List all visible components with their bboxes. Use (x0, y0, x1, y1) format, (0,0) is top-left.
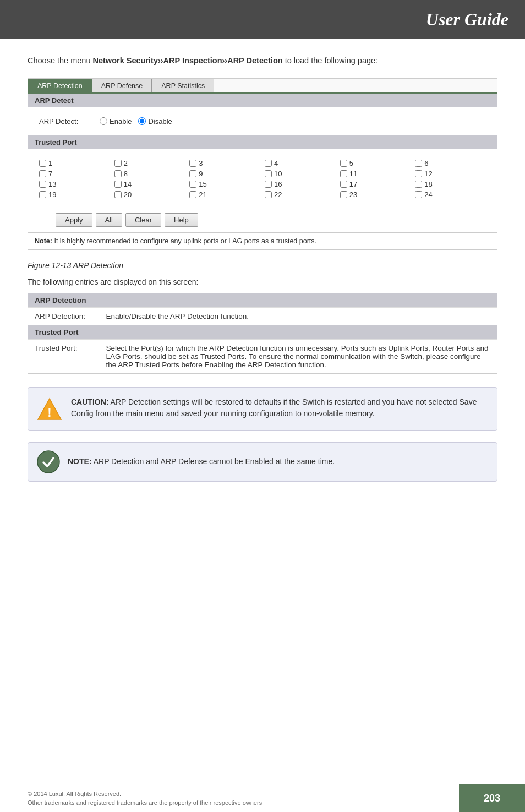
desc-section-trusted-port: Trusted Port (28, 325, 497, 339)
port-checkbox-13[interactable] (39, 181, 46, 188)
arp-detect-label: ARP Detect: (39, 117, 89, 126)
port-label-15: 15 (199, 180, 206, 188)
port-label-12: 12 (424, 170, 432, 178)
port-checkbox-21[interactable] (189, 191, 196, 198)
port-label-8: 8 (124, 170, 128, 178)
port-checkbox-9[interactable] (189, 170, 196, 177)
port-checkbox-22[interactable] (265, 191, 272, 198)
note-info-label: NOTE: (68, 457, 92, 466)
note-check-icon (37, 450, 60, 473)
port-item-20[interactable]: 20 (114, 190, 185, 199)
port-item-13[interactable]: 13 (39, 180, 110, 188)
main-content: Choose the menu Network Security››ARP In… (0, 39, 525, 515)
port-label-20: 20 (124, 190, 132, 199)
footer-trademark: Other trademarks and registered trademar… (28, 798, 431, 808)
disable-radio[interactable] (138, 117, 146, 125)
port-label-9: 9 (199, 170, 203, 178)
port-item-23[interactable]: 23 (340, 190, 411, 199)
menu-path: Network Security››ARP Inspection››ARP De… (93, 56, 283, 65)
port-checkbox-3[interactable] (189, 160, 196, 167)
port-item-22[interactable]: 22 (265, 190, 336, 199)
port-item-2[interactable]: 2 (114, 159, 185, 167)
port-item-1[interactable]: 1 (39, 159, 110, 167)
port-checkbox-16[interactable] (265, 181, 272, 188)
port-checkbox-1[interactable] (39, 160, 46, 167)
footer-page-number: 203 (459, 784, 525, 812)
port-item-3[interactable]: 3 (189, 159, 260, 167)
desc-row-arp-detection: ARP Detection: Enable/Disable the ARP De… (28, 307, 497, 325)
clear-button[interactable]: Clear (125, 213, 161, 227)
port-item-16[interactable]: 16 (265, 180, 336, 188)
caution-label: CAUTION: (71, 397, 108, 406)
disable-label: Disable (148, 117, 172, 126)
caution-icon: ! (37, 396, 62, 422)
port-checkbox-12[interactable] (415, 170, 422, 177)
port-checkbox-10[interactable] (265, 170, 272, 177)
port-item-7[interactable]: 7 (39, 170, 110, 178)
enable-option[interactable]: Enable (100, 117, 132, 126)
port-checkbox-14[interactable] (114, 181, 122, 188)
port-checkbox-15[interactable] (189, 181, 196, 188)
port-checkbox-19[interactable] (39, 191, 46, 198)
ui-panel: ARP Detection ARP Defense ARP Statistics… (28, 78, 497, 250)
port-item-6[interactable]: 6 (415, 159, 486, 167)
port-label-6: 6 (424, 159, 428, 167)
note-info-box: NOTE: ARP Detection and ARP Defense cann… (28, 442, 497, 482)
port-item-21[interactable]: 21 (189, 190, 260, 199)
desc-table: ARP Detection ARP Detection: Enable/Disa… (28, 293, 497, 374)
port-item-14[interactable]: 14 (114, 180, 185, 188)
port-item-15[interactable]: 15 (189, 180, 260, 188)
port-item-11[interactable]: 11 (340, 170, 411, 178)
desc-section-header-arp: ARP Detection (28, 293, 497, 307)
apply-button[interactable]: Apply (56, 213, 92, 227)
footer: © 2014 Luxul. All Rights Reserved. Other… (0, 784, 525, 812)
port-checkbox-17[interactable] (340, 181, 347, 188)
desc-label-trusted-port: Trusted Port: (28, 339, 100, 373)
port-label-17: 17 (349, 180, 357, 188)
port-checkbox-24[interactable] (415, 191, 422, 198)
panel-body: ARP Detect ARP Detect: Enable Disable (28, 92, 497, 249)
caution-body: ARP Detection settings will be restored … (71, 397, 477, 418)
port-item-5[interactable]: 5 (340, 159, 411, 167)
port-item-8[interactable]: 8 (114, 170, 185, 178)
figure-caption: Figure 12-13 ARP Detection (28, 261, 497, 270)
tab-arp-statistics[interactable]: ARP Statistics (152, 79, 214, 92)
port-item-10[interactable]: 10 (265, 170, 336, 178)
tab-arp-detection[interactable]: ARP Detection (28, 79, 92, 92)
all-button[interactable]: All (96, 213, 122, 227)
port-item-18[interactable]: 18 (415, 180, 486, 188)
port-item-24[interactable]: 24 (415, 190, 486, 199)
port-checkbox-5[interactable] (340, 160, 347, 167)
port-item-12[interactable]: 12 (415, 170, 486, 178)
port-checkbox-23[interactable] (340, 191, 347, 198)
port-label-3: 3 (199, 159, 203, 167)
port-label-2: 2 (124, 159, 128, 167)
port-checkbox-2[interactable] (114, 160, 122, 167)
port-checkbox-11[interactable] (340, 170, 347, 177)
trusted-port-section-header: Trusted Port (28, 135, 497, 149)
port-checkbox-18[interactable] (415, 181, 422, 188)
tab-arp-defense[interactable]: ARP Defense (92, 79, 152, 92)
disable-option[interactable]: Disable (138, 117, 172, 126)
note-label: Note: (35, 237, 52, 245)
intro-paragraph: Choose the menu Network Security››ARP In… (28, 55, 497, 67)
port-checkbox-6[interactable] (415, 160, 422, 167)
port-item-4[interactable]: 4 (265, 159, 336, 167)
port-label-10: 10 (274, 170, 282, 178)
port-item-9[interactable]: 9 (189, 170, 260, 178)
port-checkbox-20[interactable] (114, 191, 122, 198)
enable-radio[interactable] (100, 117, 107, 125)
port-label-7: 7 (48, 170, 52, 178)
svg-point-2 (37, 451, 59, 473)
help-button[interactable]: Help (165, 213, 198, 227)
buttons-row: Apply All Clear Help (28, 209, 497, 232)
panel-note-box: Note: It is highly recommended to config… (28, 232, 497, 249)
port-item-19[interactable]: 19 (39, 190, 110, 199)
port-checkbox-4[interactable] (265, 160, 272, 167)
port-item-17[interactable]: 17 (340, 180, 411, 188)
desc-label-arp-detection: ARP Detection: (28, 307, 100, 325)
port-checkbox-7[interactable] (39, 170, 46, 177)
port-checkbox-8[interactable] (114, 170, 122, 177)
desc-value-trusted-port: Select the Port(s) for which the ARP Det… (100, 339, 497, 373)
port-label-19: 19 (48, 190, 56, 199)
